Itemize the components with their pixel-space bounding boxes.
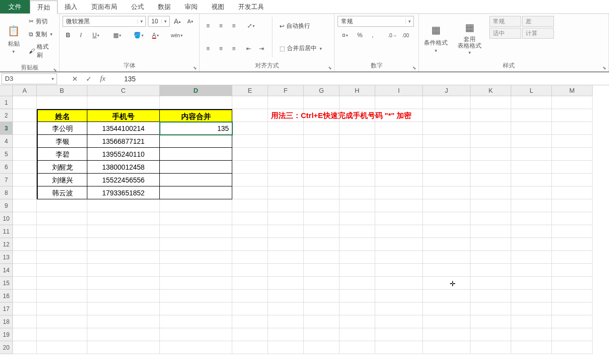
cell[interactable]	[13, 174, 37, 186]
cell[interactable]	[552, 135, 593, 148]
cell[interactable]	[160, 148, 232, 161]
accounting-button[interactable]: ¤▾	[338, 30, 352, 41]
cell[interactable]	[552, 341, 593, 354]
spreadsheet-grid[interactable]: A B C D E F G H I J K L M 12姓名手机号内容合并用法三…	[0, 85, 609, 354]
cell[interactable]	[13, 212, 37, 225]
cell[interactable]	[511, 251, 552, 264]
cell[interactable]	[471, 96, 511, 109]
cell[interactable]	[471, 174, 511, 186]
cell[interactable]	[13, 251, 37, 264]
col-header[interactable]: J	[423, 85, 471, 96]
cell[interactable]	[375, 290, 423, 303]
cell[interactable]	[37, 328, 87, 341]
cell[interactable]	[304, 161, 339, 174]
cell[interactable]	[268, 199, 304, 212]
cell[interactable]	[87, 212, 160, 225]
cell[interactable]	[160, 174, 232, 186]
insert-function-button[interactable]: fx	[96, 73, 109, 84]
cell[interactable]	[375, 161, 423, 174]
cell[interactable]	[423, 148, 471, 161]
copy-button[interactable]: ⧉复制▾	[27, 29, 56, 40]
cell[interactable]	[471, 251, 511, 264]
format-painter-button[interactable]: 🖌格式刷	[27, 42, 56, 61]
row-header[interactable]: 19	[0, 328, 13, 341]
cell[interactable]	[471, 186, 511, 199]
cell[interactable]	[268, 277, 304, 290]
cell[interactable]	[304, 315, 339, 328]
cell[interactable]	[471, 199, 511, 212]
cell[interactable]	[268, 122, 304, 135]
cell[interactable]	[304, 251, 339, 264]
cell-styles-gallery[interactable]: 常规 差 适中 计算	[489, 16, 554, 59]
cell[interactable]	[87, 225, 160, 238]
cell[interactable]	[160, 212, 232, 225]
cell[interactable]	[339, 161, 375, 174]
cell[interactable]	[268, 264, 304, 277]
cell[interactable]	[423, 135, 471, 148]
fill-color-button[interactable]: 🪣▾	[131, 30, 146, 41]
cell[interactable]: 内容合并	[160, 109, 232, 122]
cell[interactable]: 用法三：Ctrl+E快速完成手机号码 "*" 加密	[268, 109, 304, 122]
cell[interactable]	[268, 96, 304, 109]
cell[interactable]	[232, 225, 268, 238]
cell[interactable]	[552, 328, 593, 341]
cell[interactable]	[304, 303, 339, 315]
cell[interactable]	[423, 251, 471, 264]
row-header[interactable]: 6	[0, 161, 13, 174]
row-header[interactable]: 4	[0, 135, 13, 148]
cell[interactable]: 135	[160, 122, 232, 135]
cell[interactable]: 13544100214	[87, 122, 160, 135]
cell[interactable]	[304, 290, 339, 303]
cell[interactable]	[339, 251, 375, 264]
cell[interactable]	[87, 238, 160, 251]
cell[interactable]	[268, 315, 304, 328]
cell[interactable]	[13, 290, 37, 303]
decrease-decimal-button[interactable]: .00	[400, 30, 411, 41]
cell[interactable]	[232, 109, 268, 122]
cell[interactable]	[232, 186, 268, 199]
cell[interactable]	[511, 290, 552, 303]
cell[interactable]	[87, 290, 160, 303]
align-top-button[interactable]: ≡	[203, 20, 213, 31]
cell[interactable]	[339, 174, 375, 186]
cell[interactable]	[232, 122, 268, 135]
style-neutral[interactable]: 适中	[489, 28, 521, 39]
borders-button[interactable]: ▦▾	[110, 30, 125, 41]
cell[interactable]	[87, 277, 160, 290]
tab-view[interactable]: 视图	[204, 0, 231, 13]
indent-decrease-button[interactable]: ⇤	[243, 43, 254, 54]
row-header[interactable]: 17	[0, 303, 13, 315]
cell[interactable]	[471, 135, 511, 148]
cell[interactable]	[268, 186, 304, 199]
cell[interactable]	[511, 122, 552, 135]
cell[interactable]	[160, 315, 232, 328]
increase-decimal-button[interactable]: .0→	[387, 30, 398, 41]
cell[interactable]	[232, 96, 268, 109]
cell[interactable]: 姓名	[37, 109, 87, 122]
cell[interactable]	[160, 277, 232, 290]
cell[interactable]	[87, 328, 160, 341]
cell[interactable]	[511, 315, 552, 328]
col-header[interactable]: I	[375, 85, 423, 96]
cell[interactable]	[375, 238, 423, 251]
cell[interactable]	[375, 341, 423, 354]
cell[interactable]	[304, 199, 339, 212]
cell[interactable]	[471, 290, 511, 303]
cell[interactable]	[552, 303, 593, 315]
cell[interactable]	[232, 161, 268, 174]
cell[interactable]	[160, 328, 232, 341]
cell[interactable]	[339, 277, 375, 290]
row-header[interactable]: 1	[0, 96, 13, 109]
row-header[interactable]: 5	[0, 148, 13, 161]
cell[interactable]	[232, 290, 268, 303]
cell[interactable]	[511, 328, 552, 341]
cell[interactable]	[232, 277, 268, 290]
cell[interactable]	[232, 174, 268, 186]
cell[interactable]	[339, 148, 375, 161]
row-header[interactable]: 18	[0, 315, 13, 328]
comma-button[interactable]: ,	[367, 30, 378, 41]
cell[interactable]	[423, 328, 471, 341]
align-left-button[interactable]: ≡	[203, 43, 213, 54]
cell[interactable]	[232, 251, 268, 264]
cell[interactable]	[304, 135, 339, 148]
